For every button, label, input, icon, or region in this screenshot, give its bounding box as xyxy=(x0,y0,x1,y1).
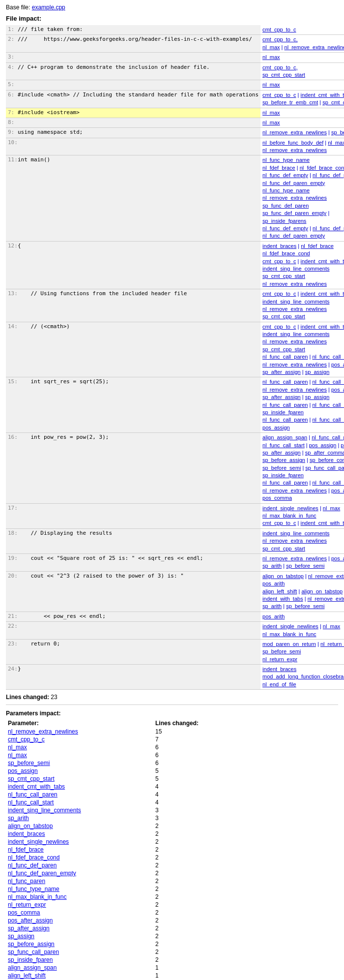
tag-link[interactable]: nl_func_def_paren_empty xyxy=(262,180,325,186)
param-link[interactable]: align_assign_span xyxy=(8,964,57,971)
param-link[interactable]: sp_before_assign xyxy=(8,941,55,948)
tag-link[interactable]: cmt_cpp_to_c xyxy=(262,258,296,264)
tag-link[interactable]: cmt_cpp_to_c xyxy=(262,324,296,330)
tag-link[interactable]: align_on_tabstop xyxy=(301,588,343,594)
tag-link[interactable]: pos_assign xyxy=(331,362,344,368)
param-link[interactable]: nl_func_paren xyxy=(8,878,45,885)
param-link[interactable]: nl_func_call_start xyxy=(8,799,54,806)
tag-link[interactable]: nl_func_type_name xyxy=(262,157,310,163)
tag-link[interactable]: nl_remove_extra_newlines xyxy=(262,306,327,312)
tag-link[interactable]: nl_remove_extra_newlines xyxy=(262,281,327,287)
tag-link[interactable]: nl_remove_extra_newlines xyxy=(262,387,327,393)
tag-link[interactable]: nl_func_type_name xyxy=(262,187,310,193)
tag-link[interactable]: sp_before_semi xyxy=(286,603,324,609)
param-link[interactable]: pos_after_assign xyxy=(8,917,53,924)
tag-link[interactable]: indent_single_newlines xyxy=(262,623,318,629)
tag-link[interactable]: sp_assign xyxy=(305,394,330,400)
tag-link[interactable]: sp_cmt_cpp_start xyxy=(322,99,344,105)
tag-link[interactable]: nl_fdef_brace xyxy=(301,243,334,249)
tag-link[interactable]: pos_assign xyxy=(331,488,344,493)
tag-link[interactable]: nl_max xyxy=(323,505,340,511)
param-link[interactable]: pos_assign xyxy=(8,767,38,774)
tag-link[interactable]: sp_inside_fparens xyxy=(262,218,306,224)
tag-link[interactable]: nl_func_call_paren xyxy=(262,402,308,408)
base-file-link[interactable]: example.cpp xyxy=(32,4,65,11)
tag-link[interactable]: indent_braces xyxy=(262,243,296,249)
param-link[interactable]: nl_fdef_brace xyxy=(8,846,44,853)
tag-link[interactable]: cmt_cpp_to_c, xyxy=(262,64,298,70)
tag-link[interactable]: sp_before_semi xyxy=(262,465,301,471)
tag-link[interactable]: cmt_cpp_to_c xyxy=(262,291,296,297)
tag-link[interactable]: sp_arith xyxy=(262,563,282,569)
tag-link[interactable]: sp_inside_fparen xyxy=(262,472,304,478)
tag-link[interactable]: nl_max_blank_in_func xyxy=(262,631,316,637)
tag-link[interactable]: nl_func_call_paren xyxy=(262,379,308,385)
param-link[interactable]: nl_max xyxy=(8,752,27,759)
tag-link[interactable]: nl_func_call_start xyxy=(312,402,344,408)
param-link[interactable]: indent_braces xyxy=(8,830,45,837)
tag-link[interactable]: nl_remove_extra_newlines xyxy=(285,44,344,50)
tag-link[interactable]: sp_func_call_paren xyxy=(305,465,344,471)
tag-link[interactable]: indent_with_tabs xyxy=(262,596,303,602)
tag-link[interactable]: sp_func_def_paren_empty xyxy=(262,210,326,216)
tag-link[interactable]: sp_before_semi xyxy=(286,563,324,569)
tag-link[interactable]: sp_cmt_cpp_start xyxy=(262,72,305,78)
tag-link[interactable]: nl_remove_extra_newlines xyxy=(262,555,327,561)
param-link[interactable]: sp_assign xyxy=(8,933,34,940)
tag-link[interactable]: nl_return_expr xyxy=(262,656,297,662)
param-link[interactable]: indent_single_newlines xyxy=(8,838,69,845)
tag-link[interactable]: nl_func_call_start xyxy=(312,480,344,486)
param-link[interactable]: sp_after_assign xyxy=(8,925,50,932)
tag-link[interactable]: mod_paren_on_return xyxy=(262,641,316,647)
param-link[interactable]: indent_cmt_with_tabs xyxy=(8,783,65,790)
tag-link[interactable]: nl_remove_extra_newlines xyxy=(308,596,344,602)
tag-link[interactable]: nl_remove_extra_newlines xyxy=(262,129,327,135)
tag-link[interactable]: cmt_cpp_to_c, xyxy=(262,36,298,42)
tag-link[interactable]: nl_max xyxy=(262,54,280,60)
tag-link[interactable]: nl_remove_extra_newlines xyxy=(262,362,327,368)
tag-link[interactable]: nl_end_of_file xyxy=(262,681,296,687)
param-link[interactable]: nl_max_blank_in_func xyxy=(8,893,66,900)
tag-link[interactable]: nl_before_func_body_def xyxy=(262,140,323,146)
tag-link[interactable]: cmt_cpp_to_c xyxy=(262,520,296,526)
tag-link[interactable]: nl_func_call_paren xyxy=(262,480,308,486)
tag-link[interactable]: nl_fdef_brace xyxy=(262,165,295,171)
tag-link[interactable]: indent_cmt_with_tabs xyxy=(301,520,344,526)
tag-link[interactable]: nl_func_def_paren xyxy=(313,172,344,178)
tag-link[interactable]: nl_func_call_paren xyxy=(262,354,308,360)
tag-link[interactable]: pos_arith xyxy=(262,613,285,619)
param-link[interactable]: align_on_tabstop xyxy=(8,823,53,829)
tag-link[interactable]: nl_func_call_start xyxy=(312,379,344,385)
tag-link[interactable]: cmt_cpp_to_c xyxy=(262,92,296,98)
param-link[interactable]: nl_remove_extra_newlines xyxy=(8,728,78,735)
tag-link[interactable]: sp_cmt_cpp_start xyxy=(262,273,305,279)
tag-link[interactable]: nl_remove_extra_newlines xyxy=(262,195,327,201)
tag-link[interactable]: pos_comma xyxy=(262,495,292,501)
tag-link[interactable]: nl_func_def_paren_empty xyxy=(262,233,325,239)
tag-link[interactable]: nl_func_call_paren xyxy=(262,417,308,423)
tag-link[interactable]: nl_max xyxy=(262,120,280,125)
tag-link[interactable]: cmt_cpp_to_c xyxy=(262,27,296,32)
tag-link[interactable]: indent_cmt_with_tabs xyxy=(301,291,344,297)
tag-link[interactable]: indent_single_newlines xyxy=(262,505,318,511)
tag-link[interactable]: pos_arith xyxy=(331,555,344,561)
tag-link[interactable]: nl_max xyxy=(323,623,340,629)
param-link[interactable]: sp_inside_fparen xyxy=(8,956,53,963)
tag-link[interactable]: indent_sing_line_comments xyxy=(262,331,329,337)
tag-link[interactable]: sp_before_semi xyxy=(331,129,344,135)
tag-link[interactable]: mod_add_long_function_closebrace_comment xyxy=(262,674,344,679)
param-link[interactable]: sp_cmt_cpp_start xyxy=(8,775,55,782)
tag-link[interactable]: sp_before_comma xyxy=(310,457,344,463)
tag-link[interactable]: nl_max_blank_in_func xyxy=(262,513,316,519)
tag-link[interactable]: sp_before_assign xyxy=(262,457,305,463)
tag-link[interactable]: sp_assign xyxy=(305,369,330,375)
param-link[interactable]: nl_func_def_paren_empty xyxy=(8,870,76,877)
param-link[interactable]: sp_func_call_paren xyxy=(8,949,59,955)
tag-link[interactable]: sp_after_assign xyxy=(262,369,301,375)
tag-link[interactable]: sp_after_assign xyxy=(262,450,301,456)
tag-link[interactable]: nl_remove_extra_newlines xyxy=(262,538,327,544)
tag-link[interactable]: indent_cmt_with_tabs xyxy=(301,92,344,98)
tag-link[interactable]: nl_max xyxy=(262,44,280,50)
param-link[interactable]: nl_func_type_name xyxy=(8,886,59,892)
tag-link[interactable]: nl_func_def_paren xyxy=(313,225,344,231)
